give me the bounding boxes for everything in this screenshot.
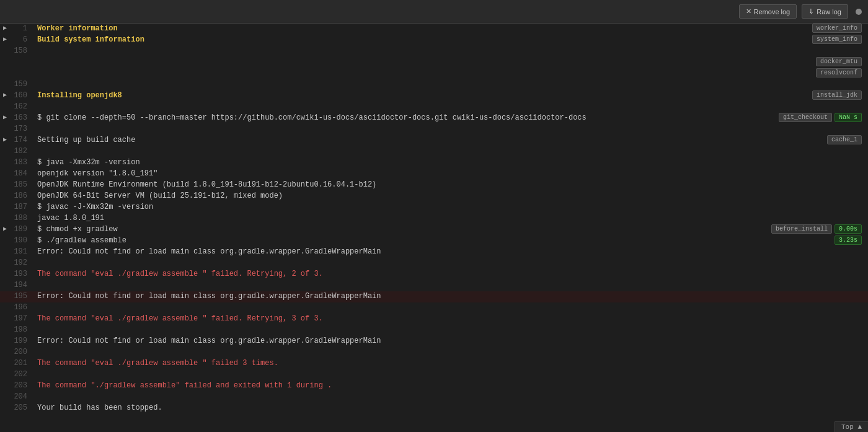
remove-icon: ✕ <box>746 7 751 15</box>
log-line: 200 <box>0 347 868 358</box>
log-line: 198 <box>0 325 868 336</box>
log-tag: before_install <box>771 224 832 234</box>
log-line: ▶6Build system informationsystem_info <box>0 35 868 46</box>
log-tag: 3.23s <box>835 236 862 245</box>
line-text: Setting up build cache <box>35 135 827 145</box>
line-text <box>35 302 868 304</box>
log-line: 205Your build has been stopped. <box>0 403 868 414</box>
log-line: 196 <box>0 302 868 314</box>
log-line: 191Error: Could not find or load main cl… <box>0 247 868 258</box>
line-text: OpenJDK Runtime Environment (build 1.8.0… <box>35 180 868 190</box>
raw-log-icon: ⇓ <box>808 7 814 15</box>
expand-arrow <box>0 202 10 203</box>
line-text: $ git clone --depth=50 --branch=master h… <box>35 113 779 123</box>
line-text: Worker information <box>35 24 812 33</box>
log-line: 183$ java -Xmx32m -version <box>0 157 868 169</box>
line-text <box>35 347 868 348</box>
line-number: 160 <box>10 90 35 100</box>
line-text: javac 1.8.0_191 <box>35 213 868 223</box>
line-number: 1 <box>10 24 35 33</box>
expand-arrow <box>0 369 10 370</box>
log-tag: resolvconf <box>816 68 862 77</box>
expand-arrow <box>0 381 10 381</box>
expand-arrow <box>0 325 10 325</box>
line-number: 198 <box>10 325 35 334</box>
expand-arrow <box>0 191 10 192</box>
expand-arrow[interactable]: ▶ <box>0 113 10 121</box>
line-number: 174 <box>10 135 35 144</box>
line-number: 195 <box>10 291 35 301</box>
bottom-bar[interactable]: Top ▲ <box>835 421 868 432</box>
line-number: 191 <box>10 247 35 256</box>
line-text: Error: Could not find or load main class… <box>35 291 868 301</box>
log-line: 203The command "./gradlew assemble" fail… <box>0 381 868 392</box>
log-line: resolvconf <box>0 68 868 79</box>
line-text <box>35 102 868 103</box>
expand-arrow <box>0 124 10 125</box>
log-line: 186OpenJDK 64-Bit Server VM (build 25.19… <box>0 191 868 202</box>
line-number: 162 <box>10 102 35 111</box>
log-line: 199Error: Could not find or load main cl… <box>0 336 868 347</box>
expand-arrow <box>0 180 10 180</box>
line-text <box>35 46 868 47</box>
log-line: 197The command "eval ./gradlew assemble … <box>0 314 868 325</box>
log-line: ▶1Worker informationworker_info <box>0 24 868 35</box>
log-line: ▶189$ chmod +x gradlewbefore_install0.00… <box>0 224 868 236</box>
expand-arrow[interactable]: ▶ <box>0 24 10 32</box>
expand-arrow <box>0 336 10 337</box>
line-text: Error: Could not find or load main class… <box>35 336 868 346</box>
log-line: ▶160Installing openjdk8install_jdk <box>0 90 868 102</box>
log-line: 192 <box>0 258 868 269</box>
line-number: 196 <box>10 302 35 312</box>
line-number: 200 <box>10 347 35 356</box>
raw-log-label: Raw log <box>817 8 841 15</box>
line-number: 189 <box>10 224 35 234</box>
expand-arrow <box>0 247 10 247</box>
line-text: Installing openjdk8 <box>35 90 812 100</box>
log-line: 158 <box>0 46 868 57</box>
log-line: 202 <box>0 369 868 381</box>
expand-arrow <box>0 302 10 303</box>
log-line: 190$ ./gradlew assemble3.23s <box>0 236 868 247</box>
expand-arrow <box>0 79 10 80</box>
expand-arrow <box>0 169 10 169</box>
line-number: 187 <box>10 202 35 211</box>
expand-arrow <box>0 291 10 292</box>
expand-arrow[interactable]: ▶ <box>0 135 10 143</box>
log-container[interactable]: ▶1Worker informationworker_info▶6Build s… <box>0 24 868 432</box>
line-number: 194 <box>10 280 35 289</box>
line-number: 188 <box>10 213 35 223</box>
line-text: The command "./gradlew assemble" failed … <box>35 381 868 390</box>
expand-arrow <box>0 157 10 158</box>
line-number: 201 <box>10 358 35 368</box>
expand-arrow[interactable]: ▶ <box>0 90 10 99</box>
log-tag: NaN s <box>835 113 862 122</box>
line-number: 197 <box>10 314 35 323</box>
line-text <box>35 124 868 125</box>
expand-arrow <box>0 358 10 359</box>
line-text <box>35 258 868 259</box>
line-text <box>35 325 868 326</box>
expand-arrow[interactable]: ▶ <box>0 35 10 43</box>
line-text: OpenJDK 64-Bit Server VM (build 25.191-b… <box>35 191 868 201</box>
line-text: Build system information <box>35 35 812 45</box>
log-line: 204 <box>0 392 868 403</box>
line-number: 193 <box>10 269 35 278</box>
line-number: 205 <box>10 403 35 412</box>
log-tag: 0.00s <box>835 224 862 234</box>
line-number: 158 <box>10 46 35 55</box>
line-number: 183 <box>10 157 35 167</box>
line-text <box>35 146 868 148</box>
remove-log-button[interactable]: ✕ Remove log <box>739 4 797 19</box>
expand-arrow <box>0 314 10 314</box>
line-number: 163 <box>10 113 35 122</box>
expand-arrow <box>0 102 10 102</box>
line-number: 185 <box>10 180 35 189</box>
raw-log-button[interactable]: ⇓ Raw log <box>802 4 848 19</box>
line-number: 202 <box>10 369 35 379</box>
log-tag: cache_1 <box>827 135 862 144</box>
line-text: openjdk version "1.8.0_191" <box>35 169 868 179</box>
remove-log-label: Remove log <box>754 8 790 15</box>
expand-arrow[interactable]: ▶ <box>0 224 10 232</box>
line-text: Error: Could not find or load main class… <box>35 247 868 257</box>
